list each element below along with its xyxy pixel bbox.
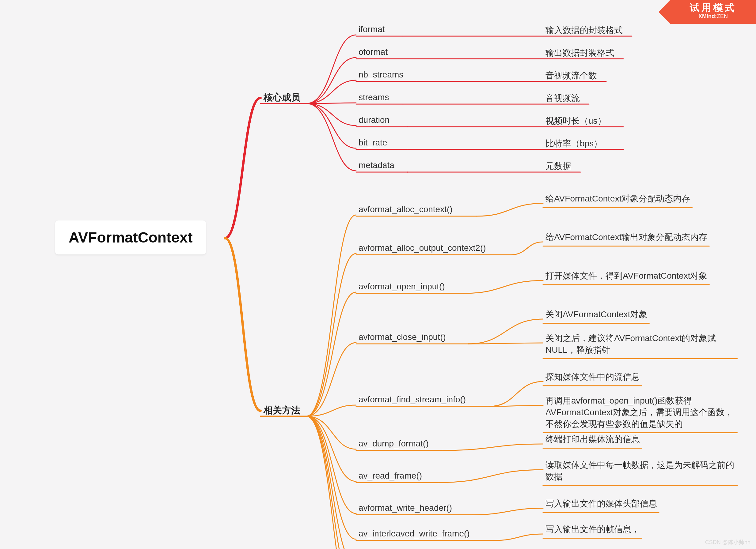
core-member-bit_rate[interactable]: bit_rate <box>359 138 387 150</box>
trial-badge-subtitle: XMind:ZEN <box>670 13 756 20</box>
core-member-duration[interactable]: duration <box>359 115 389 127</box>
method-5-desc-0: 终端打印出媒体流的信息 <box>545 433 640 447</box>
core-member-nb_streams[interactable]: nb_streams <box>359 70 403 81</box>
method-1-desc-0: 给AVFormatContext输出对象分配动态内存 <box>545 232 707 245</box>
core-member-bit_rate-desc: 比特率（bps） <box>545 138 602 151</box>
method-3-desc-0: 关闭AVFormatContext对象 <box>545 308 647 322</box>
core-member-streams-desc: 音视频流 <box>545 93 580 106</box>
core-member-oformat[interactable]: oformat <box>359 47 388 59</box>
core-member-metadata-desc: 元数据 <box>545 161 571 174</box>
core-member-iformat-desc: 输入数据的封装格式 <box>545 25 623 38</box>
method-4[interactable]: avformat_find_stream_info() <box>359 395 466 406</box>
method-4-desc-0: 探知媒体文件中的流信息 <box>545 371 640 384</box>
core-member-metadata[interactable]: metadata <box>359 161 394 172</box>
group-core[interactable]: 核心成员 <box>264 91 300 104</box>
method-2-desc-0: 打开媒体文件，得到AVFormatContext对象 <box>545 270 707 283</box>
trial-badge-title: 试用模式 <box>670 2 756 13</box>
method-8[interactable]: av_interleaved_write_frame() <box>359 529 470 540</box>
method-3[interactable]: avformat_close_input() <box>359 332 446 344</box>
method-1[interactable]: avformat_alloc_output_context2() <box>359 243 486 255</box>
core-member-oformat-desc: 输出数据封装格式 <box>545 47 614 61</box>
core-member-duration-desc: 视频时长（us） <box>545 115 606 129</box>
method-2[interactable]: avformat_open_input() <box>359 282 445 293</box>
watermark: CSDN @陈小帅hh <box>705 539 750 546</box>
method-3-desc-1: 关闭之后，建议将AVFormatContext的对象赋NULL，释放指针 <box>545 332 735 358</box>
method-7-desc-0: 写入输出文件的媒体头部信息 <box>545 498 657 511</box>
method-0-desc-0: 给AVFormatContext对象分配动态内存 <box>545 193 690 206</box>
root-title: AVFormatContext <box>69 229 192 246</box>
method-6[interactable]: av_read_frame() <box>359 471 422 483</box>
method-6-desc-0: 读取媒体文件中每一帧数据，这是为未解码之前的数据 <box>545 459 735 484</box>
method-0[interactable]: avformat_alloc_context() <box>359 205 453 216</box>
method-4-desc-1: 再调用avformat_open_input()函数获得AVFormatCont… <box>545 395 735 431</box>
trial-badge: 试用模式 XMind:ZEN <box>670 0 756 24</box>
method-5[interactable]: av_dump_format() <box>359 439 429 450</box>
root-node[interactable]: AVFormatContext <box>55 221 206 255</box>
core-member-iformat[interactable]: iformat <box>359 25 385 36</box>
core-member-nb_streams-desc: 音视频流个数 <box>545 70 597 83</box>
core-member-streams[interactable]: streams <box>359 93 389 104</box>
method-7[interactable]: avformat_write_header() <box>359 503 452 515</box>
group-methods[interactable]: 相关方法 <box>264 404 300 417</box>
method-8-desc-0: 写入输出文件的帧信息， <box>545 524 640 537</box>
